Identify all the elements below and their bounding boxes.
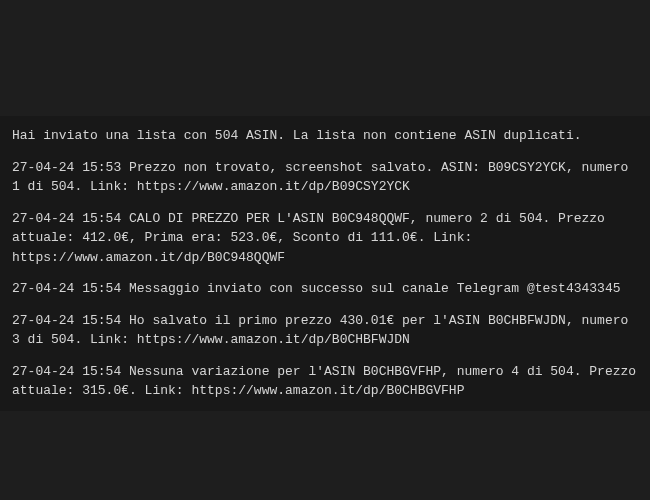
log-entry: 27-04-24 15:54 Messaggio inviato con suc…	[12, 279, 638, 299]
log-entry: 27-04-24 15:54 Nessuna variazione per l'…	[12, 362, 638, 401]
terminal-output[interactable]: Hai inviato una lista con 504 ASIN. La l…	[0, 116, 650, 411]
log-entry: 27-04-24 15:54 Ho salvato il primo prezz…	[12, 311, 638, 350]
log-header: Hai inviato una lista con 504 ASIN. La l…	[12, 126, 638, 146]
top-spacer	[0, 0, 650, 116]
log-entry: 27-04-24 15:53 Prezzo non trovato, scree…	[12, 158, 638, 197]
bottom-spacer	[0, 411, 650, 441]
log-entry: 27-04-24 15:54 CALO DI PREZZO PER L'ASIN…	[12, 209, 638, 268]
